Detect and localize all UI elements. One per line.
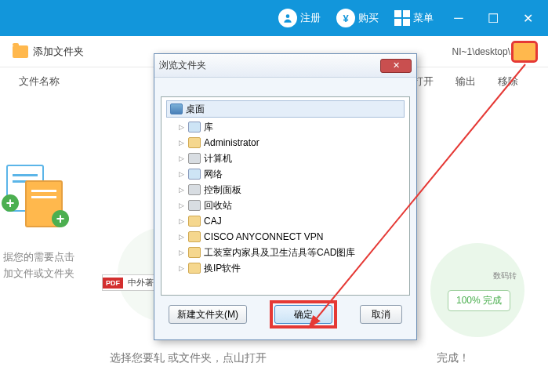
tree-item-desktop[interactable]: 桌面 — [166, 100, 405, 118]
tree-item[interactable]: ▷Administrator — [166, 135, 405, 151]
buy-button[interactable]: ¥ 购买 — [330, 5, 385, 31]
path-text: NI~1\desktop\ — [452, 46, 510, 57]
folder-icon — [13, 45, 28, 58]
tree-item[interactable]: ▷库 — [166, 119, 405, 135]
output-path: NI~1\desktop\ — [452, 43, 535, 60]
close-button[interactable]: ✕ — [512, 0, 543, 36]
ok-button[interactable]: 确定 — [274, 305, 332, 324]
hint-text: 选择您要轧 或文件夹，点山打开 — [110, 351, 267, 365]
done-text: 完成！ — [437, 351, 470, 365]
desktop-label: 桌面 — [186, 103, 205, 116]
maximize-button[interactable]: ☐ — [477, 0, 509, 36]
bin-icon — [188, 200, 201, 211]
tree-item[interactable]: ▷CAJ — [166, 213, 405, 229]
tree-item[interactable]: ▷工装室内家具及卫生洁具等CAD图库 — [166, 245, 405, 260]
folder-icon — [188, 137, 201, 148]
tree-item-label: 控制面板 — [204, 183, 241, 197]
folder-icon — [188, 231, 201, 242]
yen-icon: ¥ — [336, 9, 355, 27]
folder-icon — [188, 263, 201, 274]
buy-label: 购买 — [358, 11, 379, 25]
expand-icon[interactable]: ▷ — [177, 201, 185, 209]
menu-button[interactable]: 菜单 — [388, 7, 440, 29]
add-folder-label: 添加文件夹 — [33, 45, 84, 59]
desktop-icon — [170, 103, 183, 114]
tree-item-label: 库 — [204, 121, 213, 134]
docs-icon: + + — [6, 165, 77, 235]
add-folder-button[interactable]: 添加文件夹 — [13, 45, 84, 59]
folder-icon — [188, 247, 201, 258]
expand-icon[interactable]: ▷ — [177, 249, 185, 256]
expand-icon[interactable]: ▷ — [177, 217, 185, 225]
dropzone[interactable]: + + 据您的需要点击 加文件或文件夹 — [0, 165, 157, 282]
done-badge: 100% 完成 — [448, 290, 510, 311]
dialog-buttons: 新建文件夹(M) 确定 取消 — [161, 296, 410, 333]
pdf-icon: PDF — [103, 278, 123, 289]
tree-item-label: CAJ — [204, 216, 222, 227]
expand-icon[interactable]: ▷ — [177, 264, 185, 272]
titlebar: 注册 ¥ 购买 菜单 ─ ☐ ✕ — [0, 0, 548, 36]
expand-icon[interactable]: ▷ — [177, 123, 185, 131]
expand-icon[interactable]: ▷ — [177, 186, 185, 194]
svg-point-0 — [286, 14, 290, 18]
tree-item[interactable]: ▷计算机 — [166, 151, 405, 166]
cancel-button[interactable]: 取消 — [360, 305, 402, 324]
net-icon — [188, 169, 201, 180]
folder-tree[interactable]: 桌面 ▷库▷Administrator▷计算机▷网络▷控制面板▷回收站▷CAJ▷… — [161, 96, 410, 296]
pc-icon — [188, 153, 201, 164]
expand-icon[interactable]: ▷ — [177, 154, 185, 162]
user-icon — [278, 9, 297, 27]
minimize-button[interactable]: ─ — [443, 0, 474, 36]
tree-item-label: 网络 — [204, 168, 223, 181]
tree-item[interactable]: ▷控制面板 — [166, 182, 405, 198]
dialog-titlebar[interactable]: 浏览文件夹 ✕ — [154, 54, 416, 78]
expand-icon[interactable]: ▷ — [177, 139, 185, 147]
download-label: 数码转 — [493, 270, 517, 281]
tree-item[interactable]: ▷换IP软件 — [166, 260, 405, 276]
tree-item-label: 计算机 — [204, 152, 232, 165]
dialog-title: 浏览文件夹 — [159, 59, 380, 72]
tree-item[interactable]: ▷回收站 — [166, 198, 405, 213]
new-folder-button[interactable]: 新建文件夹(M) — [169, 305, 247, 324]
tree-item[interactable]: ▷CISCO ANYCONNECT VPN — [166, 229, 405, 245]
tree-item-label: 回收站 — [204, 199, 232, 212]
expand-icon[interactable]: ▷ — [177, 170, 185, 178]
menu-label: 菜单 — [413, 11, 434, 25]
browse-folder-button[interactable] — [514, 43, 535, 60]
expand-icon[interactable]: ▷ — [177, 233, 185, 241]
dialog-close-button[interactable]: ✕ — [380, 59, 412, 73]
ctrl-icon — [188, 184, 201, 195]
col-remove: 移除 — [487, 74, 529, 89]
browse-folder-dialog: 浏览文件夹 ✕ 桌面 ▷库▷Administrator▷计算机▷网络▷控制面板▷… — [154, 53, 417, 340]
tree-item-label: Administrator — [204, 137, 259, 148]
folder-icon — [188, 216, 201, 227]
tree-item-label: 换IP软件 — [204, 262, 241, 275]
register-button[interactable]: 注册 — [272, 5, 327, 31]
lib-icon — [188, 122, 201, 132]
tree-item[interactable]: ▷网络 — [166, 166, 405, 182]
register-label: 注册 — [300, 11, 321, 25]
grid-icon — [394, 10, 410, 26]
col-export: 输出 — [445, 74, 487, 89]
tree-item-label: 工装室内家具及卫生洁具等CAD图库 — [204, 246, 355, 260]
tree-item-label: CISCO ANYCONNECT VPN — [204, 231, 323, 242]
